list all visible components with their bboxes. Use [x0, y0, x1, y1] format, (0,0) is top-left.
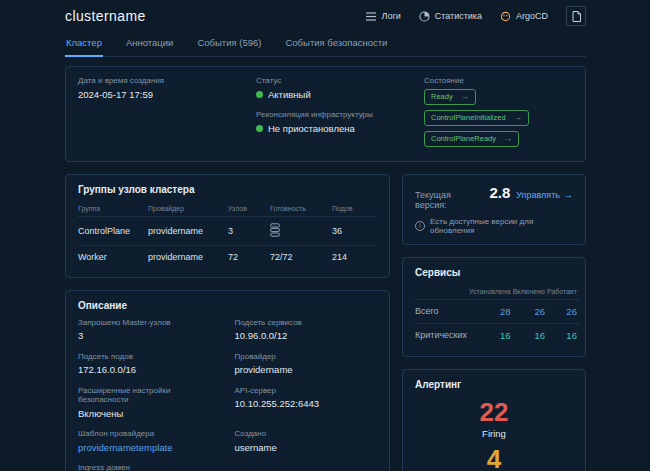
manage-label: Управлять: [516, 190, 560, 200]
status-label: Статус: [256, 76, 424, 86]
reconciliation-green-dot-icon: [256, 125, 263, 132]
services-total-installed: 28: [469, 299, 513, 323]
col-pods: Подов: [332, 202, 377, 217]
services-subnet-label: Подсеть сервисов: [235, 318, 378, 328]
field-provider-template: Шаблон провайдера providernametemplate: [78, 429, 221, 453]
services-total-label: Всего: [415, 299, 469, 323]
alert-inactive: 4 Inactive: [415, 446, 573, 471]
state-badge-ready-label: Ready: [431, 92, 453, 101]
ingress-domain-label: Ingress домен: [78, 463, 377, 471]
version-value: 2.8: [489, 184, 510, 201]
argocd-link[interactable]: ArgoCD: [500, 11, 548, 22]
inactive-count: 4: [415, 446, 573, 471]
alert-firing: 22 Firing: [415, 399, 573, 439]
state-badge-ready[interactable]: Ready →: [424, 89, 476, 105]
tab-bar: Кластер Аннотации События (596) События …: [65, 32, 586, 57]
col-nodes: Узлов: [228, 202, 270, 217]
arrow-right-icon: →: [564, 190, 573, 200]
field-ingress-domain: Ingress домен *.apps.ip-10-10-255-253.sh…: [78, 463, 377, 471]
header-nav: Логи Статистика ArgoCD: [366, 6, 586, 26]
node-group-row-worker[interactable]: Worker providername 72 72/72 214: [78, 245, 377, 268]
status-block: Статус Активный Реконсиляция инфраструкт…: [256, 76, 424, 152]
created-by-label: Создано: [235, 429, 378, 439]
provider-template-link[interactable]: providernametemplate: [78, 442, 173, 453]
statistics-link[interactable]: Статистика: [419, 11, 482, 22]
reconciliation-value-line: Не приостановлена: [256, 123, 424, 134]
field-security-settings: Расширенные настройки безопасности Включ…: [78, 386, 221, 420]
col-readiness: Готовность: [270, 202, 332, 217]
tab-security-events[interactable]: События безопасности: [284, 32, 388, 57]
services-table: Установлена Включено Работает Всего 28 2…: [415, 285, 579, 347]
created-label: Дата и время создания: [78, 76, 256, 86]
services-title: Сервисы: [415, 267, 573, 278]
created-by-value: username: [235, 442, 378, 453]
nodes-cell: 3: [228, 216, 270, 245]
manage-version-link[interactable]: Управлять →: [516, 190, 573, 200]
tab-annotations[interactable]: Аннотации: [125, 32, 175, 57]
node-groups-card: Группы узлов кластера Группа Провайдер У…: [65, 174, 390, 278]
tab-cluster[interactable]: Кластер: [65, 32, 103, 57]
tab-events[interactable]: События (596): [196, 32, 262, 57]
col-provider: Провайдер: [148, 202, 228, 217]
api-server-label: API-сервер: [235, 386, 378, 396]
pods-cell: 214: [332, 245, 377, 268]
field-master-nodes: Запрошено Master-узлов 3: [78, 318, 221, 342]
node-groups-title: Группы узлов кластера: [78, 184, 377, 195]
state-badge-controlplane-initialized[interactable]: ControlPlaneInitialized →: [424, 110, 529, 126]
field-pods-subnet: Подсеть подов 172.16.0.0/16: [78, 352, 221, 376]
status-value: Активный: [268, 89, 311, 100]
services-critical-enabled: 16: [513, 323, 547, 347]
services-total-running: 26: [547, 299, 579, 323]
description-title: Описание: [78, 300, 377, 311]
docs-button[interactable]: [566, 6, 586, 26]
field-api-server: API-сервер 10.10.255.252:6443: [235, 386, 378, 420]
services-row-critical: Критических 16 16 16: [415, 323, 579, 347]
services-row-total: Всего 28 26 26: [415, 299, 579, 323]
provider-label: Провайдер: [235, 352, 378, 362]
group-name-cell: ControlPlane: [78, 216, 148, 245]
field-services-subnet: Подсеть сервисов 10.96.0.0/12: [235, 318, 378, 342]
version-card: Текущая версия: 2.8 Управлять → i Есть д…: [402, 174, 586, 245]
created-block: Дата и время создания 2024-05-17 17:59: [78, 76, 256, 152]
readiness-cell: [270, 216, 332, 245]
col-empty: [415, 285, 469, 300]
alerting-card: Алертинг 22 Firing 4 Inactive 8 Pending: [402, 369, 586, 471]
arrow-right-icon: →: [504, 134, 512, 143]
services-critical-installed: 16: [469, 323, 513, 347]
services-total-enabled: 26: [513, 299, 547, 323]
pods-subnet-value: 172.16.0.0/16: [78, 364, 221, 375]
node-groups-header-row: Группа Провайдер Узлов Готовность Подов: [78, 202, 377, 217]
readiness-cell: 72/72: [270, 245, 332, 268]
group-name-cell: Worker: [78, 245, 148, 268]
arrow-right-icon: →: [514, 113, 522, 122]
alerting-title: Алертинг: [415, 379, 573, 390]
state-badge-controlplane-ready[interactable]: ControlPlaneReady →: [424, 131, 519, 147]
api-server-value: 10.10.255.252:6443: [235, 398, 378, 409]
alerting-items: 22 Firing 4 Inactive 8 Pending: [415, 397, 573, 471]
col-running: Работает: [547, 285, 579, 300]
main-content: Дата и время создания 2024-05-17 17:59 С…: [0, 57, 650, 471]
right-column: Текущая версия: 2.8 Управлять → i Есть д…: [402, 174, 586, 471]
logs-link[interactable]: Логи: [366, 11, 400, 21]
document-icon: [572, 11, 581, 22]
description-card: Описание Запрошено Master-узлов 3 Подсет…: [65, 290, 390, 471]
state-badge-cpr-label: ControlPlaneReady: [431, 134, 496, 143]
status-value-line: Активный: [256, 89, 424, 100]
list-icon: [366, 12, 376, 21]
col-group: Группа: [78, 202, 148, 217]
node-group-row-controlplane[interactable]: ControlPlane providername 3 36: [78, 216, 377, 245]
state-badge-cpi-label: ControlPlaneInitialized: [431, 113, 506, 122]
firing-count: 22: [415, 399, 573, 426]
app-header: clustername Логи Статистика ArgoCD: [0, 0, 650, 32]
master-nodes-value: 3: [78, 330, 221, 341]
status-green-dot-icon: [256, 91, 263, 98]
version-line: Текущая версия: 2.8 Управлять →: [415, 184, 573, 210]
provider-cell: providername: [148, 216, 228, 245]
arrow-right-icon: →: [461, 92, 469, 101]
version-note-text: Есть доступные версии для обновления: [430, 217, 573, 235]
field-provider: Провайдер providername: [235, 352, 378, 376]
statistics-label: Статистика: [435, 11, 482, 21]
node-groups-table: Группа Провайдер Узлов Готовность Подов …: [78, 202, 377, 268]
version-label: Текущая версия:: [415, 190, 483, 210]
stats-pie-icon: [419, 11, 430, 22]
